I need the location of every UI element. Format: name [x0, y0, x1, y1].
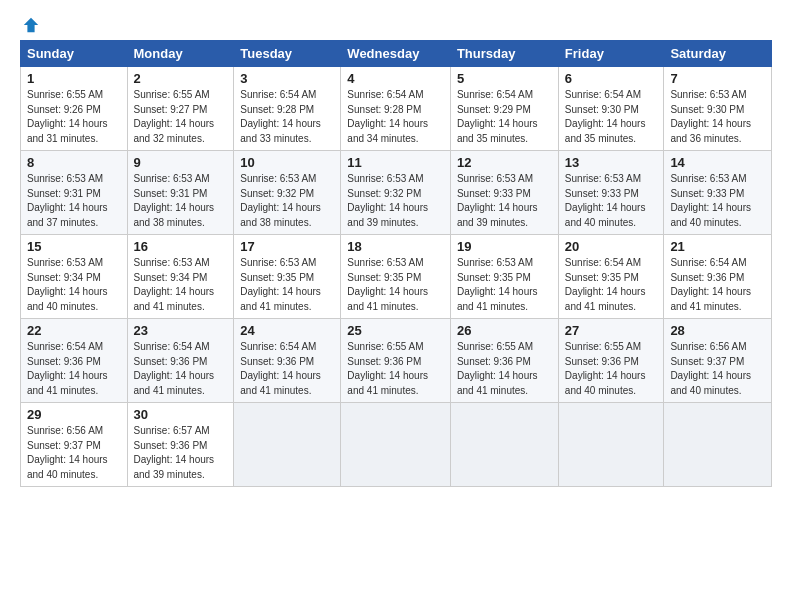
header-row: Sunday Monday Tuesday Wednesday Thursday… — [21, 41, 772, 67]
calendar-row: 1Sunrise: 6:55 AMSunset: 9:26 PMDaylight… — [21, 67, 772, 151]
table-row: 8Sunrise: 6:53 AMSunset: 9:31 PMDaylight… — [21, 151, 128, 235]
svg-marker-0 — [24, 18, 38, 32]
table-row — [664, 403, 772, 487]
table-row: 14Sunrise: 6:53 AMSunset: 9:33 PMDayligh… — [664, 151, 772, 235]
table-row: 9Sunrise: 6:53 AMSunset: 9:31 PMDaylight… — [127, 151, 234, 235]
table-row: 7Sunrise: 6:53 AMSunset: 9:30 PMDaylight… — [664, 67, 772, 151]
table-row: 26Sunrise: 6:55 AMSunset: 9:36 PMDayligh… — [450, 319, 558, 403]
table-row: 23Sunrise: 6:54 AMSunset: 9:36 PMDayligh… — [127, 319, 234, 403]
table-row: 11Sunrise: 6:53 AMSunset: 9:32 PMDayligh… — [341, 151, 451, 235]
col-saturday: Saturday — [664, 41, 772, 67]
table-row: 10Sunrise: 6:53 AMSunset: 9:32 PMDayligh… — [234, 151, 341, 235]
calendar-table: Sunday Monday Tuesday Wednesday Thursday… — [20, 40, 772, 487]
logo-icon — [22, 16, 40, 34]
page: Sunday Monday Tuesday Wednesday Thursday… — [0, 0, 792, 612]
col-thursday: Thursday — [450, 41, 558, 67]
table-row: 21Sunrise: 6:54 AMSunset: 9:36 PMDayligh… — [664, 235, 772, 319]
table-row: 6Sunrise: 6:54 AMSunset: 9:30 PMDaylight… — [558, 67, 664, 151]
table-row: 20Sunrise: 6:54 AMSunset: 9:35 PMDayligh… — [558, 235, 664, 319]
table-row: 27Sunrise: 6:55 AMSunset: 9:36 PMDayligh… — [558, 319, 664, 403]
table-row — [558, 403, 664, 487]
col-friday: Friday — [558, 41, 664, 67]
table-row: 13Sunrise: 6:53 AMSunset: 9:33 PMDayligh… — [558, 151, 664, 235]
calendar-row: 29Sunrise: 6:56 AMSunset: 9:37 PMDayligh… — [21, 403, 772, 487]
table-row: 2Sunrise: 6:55 AMSunset: 9:27 PMDaylight… — [127, 67, 234, 151]
table-row: 29Sunrise: 6:56 AMSunset: 9:37 PMDayligh… — [21, 403, 128, 487]
calendar-row: 8Sunrise: 6:53 AMSunset: 9:31 PMDaylight… — [21, 151, 772, 235]
table-row — [450, 403, 558, 487]
logo — [20, 16, 40, 30]
col-wednesday: Wednesday — [341, 41, 451, 67]
table-row: 24Sunrise: 6:54 AMSunset: 9:36 PMDayligh… — [234, 319, 341, 403]
table-row: 15Sunrise: 6:53 AMSunset: 9:34 PMDayligh… — [21, 235, 128, 319]
table-row: 4Sunrise: 6:54 AMSunset: 9:28 PMDaylight… — [341, 67, 451, 151]
table-row — [234, 403, 341, 487]
col-tuesday: Tuesday — [234, 41, 341, 67]
table-row: 22Sunrise: 6:54 AMSunset: 9:36 PMDayligh… — [21, 319, 128, 403]
table-row: 3Sunrise: 6:54 AMSunset: 9:28 PMDaylight… — [234, 67, 341, 151]
table-row: 30Sunrise: 6:57 AMSunset: 9:36 PMDayligh… — [127, 403, 234, 487]
table-row: 18Sunrise: 6:53 AMSunset: 9:35 PMDayligh… — [341, 235, 451, 319]
table-row: 28Sunrise: 6:56 AMSunset: 9:37 PMDayligh… — [664, 319, 772, 403]
table-row: 25Sunrise: 6:55 AMSunset: 9:36 PMDayligh… — [341, 319, 451, 403]
calendar-row: 22Sunrise: 6:54 AMSunset: 9:36 PMDayligh… — [21, 319, 772, 403]
table-row: 17Sunrise: 6:53 AMSunset: 9:35 PMDayligh… — [234, 235, 341, 319]
table-row: 19Sunrise: 6:53 AMSunset: 9:35 PMDayligh… — [450, 235, 558, 319]
header — [20, 16, 772, 30]
table-row: 5Sunrise: 6:54 AMSunset: 9:29 PMDaylight… — [450, 67, 558, 151]
table-row: 12Sunrise: 6:53 AMSunset: 9:33 PMDayligh… — [450, 151, 558, 235]
calendar-row: 15Sunrise: 6:53 AMSunset: 9:34 PMDayligh… — [21, 235, 772, 319]
col-sunday: Sunday — [21, 41, 128, 67]
col-monday: Monday — [127, 41, 234, 67]
table-row: 16Sunrise: 6:53 AMSunset: 9:34 PMDayligh… — [127, 235, 234, 319]
table-row — [341, 403, 451, 487]
table-row: 1Sunrise: 6:55 AMSunset: 9:26 PMDaylight… — [21, 67, 128, 151]
